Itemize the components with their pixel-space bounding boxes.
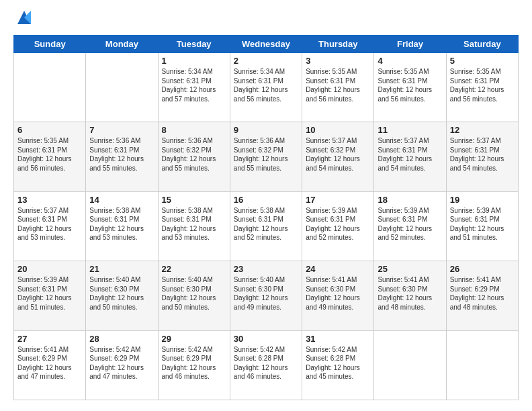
calendar-cell: 5Sunrise: 5:35 AMSunset: 6:31 PMDaylight…	[446, 53, 518, 122]
sunset-text: Sunset: 6:31 PM	[378, 216, 427, 223]
cell-info: Sunrise: 5:34 AMSunset: 6:31 PMDaylight:…	[162, 67, 226, 103]
cell-info: Sunrise: 5:41 AMSunset: 6:29 PMDaylight:…	[450, 275, 515, 312]
calendar-cell: 30Sunrise: 5:42 AMSunset: 6:28 PMDayligh…	[230, 330, 302, 400]
daylight-text: Daylight: 12 hours and 56 minutes.	[17, 155, 72, 172]
day-number: 19	[450, 195, 515, 205]
sunrise-text: Sunrise: 5:37 AM	[17, 207, 69, 214]
sunset-text: Sunset: 6:31 PM	[378, 146, 427, 154]
sunset-text: Sunset: 6:31 PM	[234, 77, 283, 85]
weekday-header-thursday: Thursday	[302, 36, 374, 53]
calendar-cell: 13Sunrise: 5:37 AMSunset: 6:31 PMDayligh…	[14, 191, 86, 261]
day-number: 16	[234, 195, 298, 205]
calendar-cell: 27Sunrise: 5:41 AMSunset: 6:29 PMDayligh…	[14, 330, 86, 400]
daylight-text: Daylight: 12 hours and 54 minutes.	[378, 155, 432, 172]
day-number: 29	[162, 334, 226, 344]
daylight-text: Daylight: 12 hours and 47 minutes.	[17, 364, 72, 381]
sunrise-text: Sunrise: 5:35 AM	[17, 137, 69, 144]
sunset-text: Sunset: 6:31 PM	[306, 77, 355, 85]
day-number: 11	[378, 125, 442, 135]
cell-info: Sunrise: 5:41 AMSunset: 6:30 PMDaylight:…	[378, 275, 442, 312]
cell-info: Sunrise: 5:39 AMSunset: 6:31 PMDaylight:…	[306, 206, 370, 242]
daylight-text: Daylight: 12 hours and 48 minutes.	[450, 294, 504, 311]
daylight-text: Daylight: 12 hours and 50 minutes.	[162, 294, 216, 311]
daylight-text: Daylight: 12 hours and 50 minutes.	[89, 294, 144, 311]
calendar-cell: 9Sunrise: 5:36 AMSunset: 6:32 PMDaylight…	[230, 122, 302, 191]
sunset-text: Sunset: 6:30 PM	[306, 285, 355, 293]
day-number: 18	[378, 195, 442, 205]
sunset-text: Sunset: 6:31 PM	[89, 216, 139, 223]
daylight-text: Daylight: 12 hours and 51 minutes.	[17, 294, 72, 311]
cell-info: Sunrise: 5:40 AMSunset: 6:30 PMDaylight:…	[162, 275, 226, 312]
sunset-text: Sunset: 6:31 PM	[234, 216, 283, 223]
sunrise-text: Sunrise: 5:39 AM	[450, 207, 501, 214]
daylight-text: Daylight: 12 hours and 56 minutes.	[234, 86, 288, 103]
calendar-cell: 25Sunrise: 5:41 AMSunset: 6:30 PMDayligh…	[374, 261, 446, 330]
calendar-cell: 20Sunrise: 5:39 AMSunset: 6:31 PMDayligh…	[14, 261, 86, 330]
sunrise-text: Sunrise: 5:41 AM	[17, 346, 69, 353]
daylight-text: Daylight: 12 hours and 51 minutes.	[450, 225, 504, 242]
calendar-cell: 2Sunrise: 5:34 AMSunset: 6:31 PMDaylight…	[230, 53, 302, 122]
daylight-text: Daylight: 12 hours and 55 minutes.	[162, 155, 216, 172]
day-number: 24	[306, 264, 370, 274]
weekday-header-friday: Friday	[374, 36, 446, 53]
calendar-table: SundayMondayTuesdayWednesdayThursdayFrid…	[13, 35, 519, 400]
calendar-cell: 10Sunrise: 5:37 AMSunset: 6:32 PMDayligh…	[302, 122, 374, 191]
cell-info: Sunrise: 5:35 AMSunset: 6:31 PMDaylight:…	[450, 67, 515, 103]
sunset-text: Sunset: 6:29 PM	[162, 355, 212, 362]
cell-info: Sunrise: 5:40 AMSunset: 6:30 PMDaylight:…	[89, 275, 154, 312]
sunrise-text: Sunrise: 5:42 AM	[234, 346, 285, 353]
logo-icon	[15, 8, 34, 27]
sunset-text: Sunset: 6:28 PM	[306, 355, 355, 362]
daylight-text: Daylight: 12 hours and 49 minutes.	[306, 294, 360, 311]
sunset-text: Sunset: 6:31 PM	[17, 216, 67, 223]
day-number: 6	[17, 125, 82, 135]
calendar-cell: 11Sunrise: 5:37 AMSunset: 6:31 PMDayligh…	[374, 122, 446, 191]
cell-info: Sunrise: 5:36 AMSunset: 6:32 PMDaylight:…	[162, 136, 226, 173]
sunset-text: Sunset: 6:30 PM	[89, 285, 139, 293]
day-number: 23	[234, 264, 298, 274]
daylight-text: Daylight: 12 hours and 52 minutes.	[234, 225, 288, 242]
weekday-header-sunday: Sunday	[14, 36, 86, 53]
daylight-text: Daylight: 12 hours and 55 minutes.	[89, 155, 144, 172]
calendar-cell	[446, 330, 518, 400]
sunset-text: Sunset: 6:31 PM	[162, 216, 212, 223]
sunrise-text: Sunrise: 5:34 AM	[234, 68, 285, 75]
daylight-text: Daylight: 12 hours and 53 minutes.	[162, 225, 216, 242]
cell-info: Sunrise: 5:34 AMSunset: 6:31 PMDaylight:…	[234, 67, 298, 103]
cell-info: Sunrise: 5:38 AMSunset: 6:31 PMDaylight:…	[162, 206, 226, 242]
cell-info: Sunrise: 5:42 AMSunset: 6:29 PMDaylight:…	[89, 345, 154, 381]
sunrise-text: Sunrise: 5:42 AM	[162, 346, 213, 353]
cell-info: Sunrise: 5:35 AMSunset: 6:31 PMDaylight:…	[306, 67, 370, 103]
daylight-text: Daylight: 12 hours and 46 minutes.	[162, 364, 216, 381]
calendar-cell: 3Sunrise: 5:35 AMSunset: 6:31 PMDaylight…	[302, 53, 374, 122]
sunrise-text: Sunrise: 5:41 AM	[450, 276, 501, 283]
day-number: 14	[89, 195, 154, 205]
calendar-cell: 4Sunrise: 5:35 AMSunset: 6:31 PMDaylight…	[374, 53, 446, 122]
daylight-text: Daylight: 12 hours and 48 minutes.	[378, 294, 432, 311]
day-number: 22	[162, 264, 226, 274]
calendar-cell: 12Sunrise: 5:37 AMSunset: 6:31 PMDayligh…	[446, 122, 518, 191]
sunrise-text: Sunrise: 5:40 AM	[89, 276, 140, 283]
calendar-cell: 28Sunrise: 5:42 AMSunset: 6:29 PMDayligh…	[86, 330, 158, 400]
weekday-header-wednesday: Wednesday	[230, 36, 302, 53]
day-number: 28	[89, 334, 154, 344]
day-number: 17	[306, 195, 370, 205]
cell-info: Sunrise: 5:37 AMSunset: 6:31 PMDaylight:…	[450, 136, 515, 173]
cell-info: Sunrise: 5:36 AMSunset: 6:32 PMDaylight:…	[234, 136, 298, 173]
cell-info: Sunrise: 5:38 AMSunset: 6:31 PMDaylight:…	[89, 206, 154, 242]
daylight-text: Daylight: 12 hours and 56 minutes.	[378, 86, 432, 103]
sunrise-text: Sunrise: 5:41 AM	[306, 276, 357, 283]
day-number: 27	[17, 334, 82, 344]
calendar-week-row: 1Sunrise: 5:34 AMSunset: 6:31 PMDaylight…	[14, 53, 519, 122]
day-number: 7	[89, 125, 154, 135]
calendar-cell: 8Sunrise: 5:36 AMSunset: 6:32 PMDaylight…	[158, 122, 230, 191]
cell-info: Sunrise: 5:41 AMSunset: 6:29 PMDaylight:…	[17, 345, 82, 381]
calendar-cell: 24Sunrise: 5:41 AMSunset: 6:30 PMDayligh…	[302, 261, 374, 330]
day-number: 25	[378, 264, 442, 274]
sunrise-text: Sunrise: 5:36 AM	[234, 137, 285, 144]
day-number: 5	[450, 56, 515, 66]
daylight-text: Daylight: 12 hours and 45 minutes.	[306, 364, 360, 381]
sunrise-text: Sunrise: 5:39 AM	[17, 276, 69, 283]
sunrise-text: Sunrise: 5:38 AM	[162, 207, 213, 214]
day-number: 3	[306, 56, 370, 66]
